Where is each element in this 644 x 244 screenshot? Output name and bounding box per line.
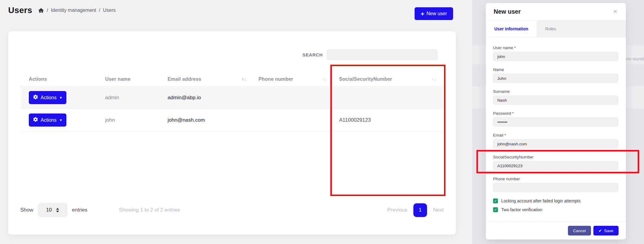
page-title: Users bbox=[8, 5, 32, 15]
password-input[interactable] bbox=[493, 117, 618, 127]
cell-user-name: john bbox=[100, 117, 163, 123]
column-header-user-name[interactable]: User name bbox=[100, 76, 163, 82]
show-label: Show bbox=[20, 207, 33, 213]
two-factor-checkbox-label: Two factor verification bbox=[501, 207, 542, 212]
field-user-name: User name * bbox=[493, 46, 618, 61]
entries-label: entries bbox=[72, 207, 88, 213]
gear-icon bbox=[33, 117, 38, 123]
clipped-background-text: ne number bbox=[626, 56, 644, 61]
phone-input[interactable] bbox=[493, 183, 618, 192]
surname-label: Surname bbox=[493, 89, 618, 94]
two-factor-checkbox-row[interactable]: ✓ Two factor verification bbox=[493, 207, 618, 212]
column-header-actions: Actions bbox=[20, 76, 100, 82]
breadcrumb-separator: / bbox=[99, 8, 100, 13]
next-page-button[interactable]: Next bbox=[433, 207, 444, 213]
checkbox-checked-icon[interactable]: ✓ bbox=[493, 198, 498, 203]
plus-icon: + bbox=[421, 11, 424, 17]
actions-button-label: Actions bbox=[41, 95, 56, 100]
save-button-label: Save bbox=[604, 229, 613, 233]
password-label: Password * bbox=[493, 111, 618, 116]
modal-header: New user × bbox=[486, 3, 626, 20]
actions-dropdown-button[interactable]: Actions ▾ bbox=[29, 91, 66, 104]
breadcrumb-item-users: Users bbox=[103, 8, 116, 13]
highlight-rectangle-ssn-column bbox=[330, 65, 445, 196]
page-size-value: 10 bbox=[46, 207, 52, 213]
search-input[interactable] bbox=[327, 49, 437, 60]
new-user-button[interactable]: + New user bbox=[415, 7, 453, 20]
caret-down-icon: ▾ bbox=[60, 95, 62, 100]
stepper-icon bbox=[56, 208, 59, 212]
check-icon: ✔ bbox=[599, 228, 602, 233]
entries-summary: Showing 1 to 2 of 2 entries bbox=[119, 207, 180, 213]
modal-tab-bar: User information Roles bbox=[486, 20, 626, 37]
field-name: Name bbox=[493, 67, 618, 83]
lockout-checkbox-row[interactable]: ✓ Locking account after failed login att… bbox=[493, 198, 618, 203]
home-icon[interactable] bbox=[38, 8, 44, 13]
tab-roles[interactable]: Roles bbox=[537, 20, 565, 37]
name-label: Name bbox=[493, 67, 618, 72]
cell-email: john@nash.com bbox=[163, 117, 254, 123]
cancel-button[interactable]: Cancel bbox=[568, 226, 591, 236]
cell-email: admin@abp.io bbox=[163, 95, 254, 101]
actions-button-label: Actions bbox=[41, 117, 56, 123]
page-1-button[interactable]: 1 bbox=[413, 203, 427, 217]
phone-label: Phone number bbox=[493, 177, 618, 181]
column-header-email[interactable]: Email address ↑↓ bbox=[163, 76, 254, 82]
field-password: Password * bbox=[493, 111, 618, 127]
pagination: Previous 1 Next bbox=[387, 203, 444, 217]
field-phone: Phone number bbox=[493, 177, 618, 192]
search-row: SEARCH bbox=[302, 49, 437, 60]
sort-icon: ↑↓ bbox=[242, 77, 246, 82]
breadcrumb-separator: / bbox=[47, 8, 48, 13]
close-icon[interactable]: × bbox=[613, 8, 617, 15]
email-input[interactable] bbox=[493, 139, 618, 148]
breadcrumb: / Identity management / Users bbox=[38, 8, 115, 13]
actions-dropdown-button[interactable]: Actions ▾ bbox=[29, 114, 66, 127]
modal-footer: Cancel ✔ Save bbox=[486, 222, 626, 239]
table-footer: Show 10 entries Showing 1 to 2 of 2 entr… bbox=[20, 203, 444, 217]
gear-icon bbox=[33, 95, 38, 100]
save-button[interactable]: ✔ Save bbox=[593, 226, 619, 236]
checkbox-checked-icon[interactable]: ✓ bbox=[493, 207, 498, 212]
modal-title: New user bbox=[494, 8, 521, 15]
cell-user-name: admin bbox=[100, 95, 163, 101]
modal-body: User name * Name Surname Password * Emai… bbox=[486, 37, 626, 222]
lockout-checkbox-label: Locking account after failed login attem… bbox=[501, 198, 581, 203]
field-email: Email * bbox=[493, 133, 618, 148]
field-surname: Surname bbox=[493, 89, 618, 105]
caret-down-icon: ▾ bbox=[60, 118, 62, 122]
highlight-rectangle-ssn-field bbox=[476, 150, 639, 173]
page-header: Users / Identity management / Users bbox=[8, 5, 115, 15]
new-user-button-label: New user bbox=[426, 11, 447, 16]
page-size-select[interactable]: 10 bbox=[38, 203, 67, 217]
new-user-modal: New user × User information Roles User n… bbox=[486, 3, 626, 239]
user-name-label: User name * bbox=[493, 46, 618, 50]
column-header-phone[interactable]: Phone number ↑↓ bbox=[254, 76, 334, 82]
breadcrumb-item-identity-management: Identity management bbox=[51, 8, 96, 13]
surname-input[interactable] bbox=[493, 96, 618, 105]
email-label: Email * bbox=[493, 133, 618, 137]
tab-user-information[interactable]: User information bbox=[486, 20, 537, 37]
user-name-input[interactable] bbox=[493, 52, 618, 61]
search-label: SEARCH bbox=[302, 52, 323, 57]
previous-page-button[interactable]: Previous bbox=[387, 207, 407, 213]
sort-icon: ↑↓ bbox=[322, 77, 327, 82]
name-input[interactable] bbox=[493, 74, 618, 83]
